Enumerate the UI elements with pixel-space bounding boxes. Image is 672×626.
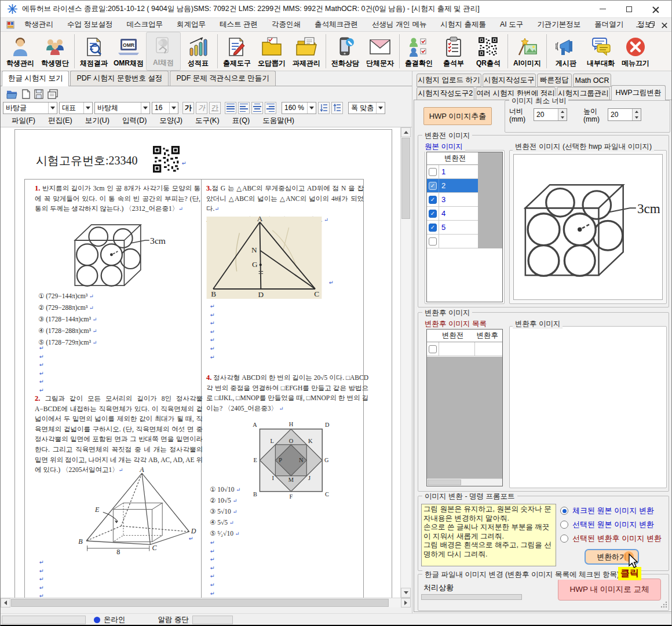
hwp-menu-view[interactable]: 보기(U) [80, 115, 115, 127]
radio-convert-selected[interactable]: 선택된 원본 이미지 변환 [560, 519, 654, 530]
row-checkbox[interactable]: ✓ [429, 237, 437, 246]
spin-up-button[interactable] [558, 109, 567, 115]
row-checkbox[interactable]: ✓ [429, 168, 437, 176]
chevron-down-icon[interactable] [48, 102, 57, 114]
prompt-textarea[interactable]: 그림 원본은 유지하고, 원본의 숫자나 문자내용은 변경하지 말아줘. 손으로… [421, 504, 556, 566]
hwp-menu-file[interactable]: 파일(F) [6, 115, 41, 127]
scrollbar-thumb[interactable] [428, 479, 461, 485]
tab-math-ocr[interactable]: Math OCR [573, 74, 611, 87]
scroll-down-button[interactable] [401, 588, 411, 598]
row-checkbox[interactable]: ✓ [429, 182, 437, 190]
italic-button[interactable]: 가 [196, 102, 207, 114]
toolbar-ai-grading-button[interactable]: AI채점 [146, 32, 181, 71]
minimize-button[interactable] [589, 1, 616, 17]
hwp-menu-shape[interactable]: 모양(J) [154, 115, 188, 127]
menu-desk-work[interactable]: 데스크업무 [119, 18, 170, 31]
toolbar-exam-authoring-button[interactable]: 출제도구 [220, 32, 254, 71]
scrollbar-thumb[interactable] [11, 599, 389, 607]
chevron-down-icon[interactable] [169, 102, 178, 114]
scrollbar-thumb[interactable] [401, 138, 410, 219]
menu-org-info[interactable]: 기관기본정보 [530, 18, 587, 31]
toolbar-board-button[interactable]: 게시판 [549, 32, 583, 71]
after-table-hscrollbar[interactable] [427, 478, 502, 486]
toolbar-internal-chat-button[interactable]: 내부대화 [583, 32, 618, 71]
chevron-down-icon[interactable] [141, 102, 149, 114]
menu-student-mgmt[interactable]: 학생관리 [17, 18, 60, 31]
replace-hwp-image-button[interactable]: HWP 내 이미지로 교체 [558, 579, 661, 601]
spin-up-button[interactable] [633, 109, 641, 115]
tab-pdf-objective[interactable]: PDF 문제 객관식으로 만들기 [170, 71, 275, 86]
align-center-button[interactable] [251, 102, 263, 114]
doc-vertical-scrollbar[interactable] [400, 127, 411, 598]
hwp-menu-table[interactable]: 표(Q) [227, 115, 255, 127]
close-button[interactable] [642, 1, 669, 17]
tab-quick-answer[interactable]: 빠른정답 [537, 74, 572, 87]
toolbar-attendance-check-button[interactable]: 출결확인 [401, 32, 436, 71]
line-spacing-increase-button[interactable] [331, 102, 343, 114]
radio-convert-after[interactable]: 선택된 변환후 이미지 변환 [560, 533, 662, 544]
min-width-value[interactable]: 20 [534, 109, 558, 120]
scroll-up-button[interactable] [401, 127, 411, 137]
font-size-select[interactable]: 16 [152, 102, 178, 114]
tab-hwp-exam-view[interactable]: 한글 시험지 보기 [2, 71, 69, 86]
toolbar-ai-image-button[interactable]: AI이미지 [510, 32, 545, 71]
toolbar-report-card-button[interactable]: 성적표 [181, 32, 216, 71]
toolbar-assignment-mgmt-button[interactable]: 과제관리 [289, 32, 324, 71]
chevron-down-icon[interactable] [376, 102, 385, 114]
hwp-menu-input[interactable]: 입력(D) [117, 115, 152, 127]
toolbar-student-list-button[interactable]: 학생명단 [38, 32, 72, 71]
zoom-select[interactable]: 160 % [282, 102, 316, 114]
min-height-value[interactable]: 20 [608, 109, 632, 120]
toolbar-omr-grading-button[interactable]: OMR OMR채점 [111, 32, 146, 71]
row-checkbox[interactable]: ✓ [429, 224, 437, 232]
mdi-restore-button[interactable] [649, 21, 655, 28]
hwp-image-extract-button[interactable]: HWP 이미지추출 [423, 107, 492, 125]
row-checkbox[interactable]: ✓ [429, 210, 437, 218]
scroll-left-button[interactable] [1, 598, 10, 607]
save-as-icon[interactable] [48, 89, 58, 99]
resize-grip-icon[interactable] [660, 601, 668, 609]
mdi-close-button[interactable] [662, 21, 667, 27]
bold-button[interactable]: 가 [182, 102, 194, 114]
width-fit-select[interactable]: 폭 맞춤 [348, 102, 385, 114]
toolbar-grading-result-button[interactable]: 채점결과 [76, 32, 111, 71]
row-checkbox[interactable]: ✓ [429, 196, 437, 204]
hwp-menu-edit[interactable]: 편집(E) [43, 115, 78, 127]
toolbar-wrong-answer-button[interactable]: 오답뽑기 [254, 32, 289, 71]
spin-down-button[interactable] [558, 115, 567, 120]
toolbar-menu-off-button[interactable]: 메뉴끄기 [618, 32, 653, 71]
tab-exam-tool[interactable]: 시험지작성도구 [483, 74, 536, 87]
toolbar-phone-consult-button[interactable]: 전화상담 [328, 32, 363, 71]
spacing-button[interactable]: 간 [209, 102, 221, 114]
hwp-menu-help[interactable]: 도움말(H) [257, 115, 300, 127]
menu-printing[interactable]: 각종인쇄 [265, 18, 308, 31]
toolbar-student-mgmt-button[interactable]: 학생관리 [3, 32, 38, 71]
preset-select[interactable]: 대표 [59, 102, 93, 114]
maximize-button[interactable] [616, 1, 642, 17]
font-select[interactable]: 바탕체 [94, 102, 150, 114]
menu-teacher-personal[interactable]: 선생님 개인 메뉴 [365, 18, 433, 31]
menu-class-info[interactable]: 수업 정보설정 [60, 18, 119, 31]
toolbar-attendance-book-button[interactable]: 출석부 [436, 32, 471, 71]
chevron-down-icon[interactable] [83, 102, 92, 114]
doc-horizontal-scrollbar[interactable] [1, 598, 411, 607]
align-right-button[interactable] [265, 102, 276, 114]
toolbar-group-sms-button[interactable]: 단체문자 [363, 32, 397, 71]
tab-hwp-image-convert[interactable]: HWP그림변환 [611, 85, 666, 100]
tab-exam-tool2[interactable]: 시험지작성도구2 [417, 87, 474, 100]
menu-test[interactable]: 테스트 관련 [213, 18, 265, 31]
open-folder-icon[interactable] [6, 89, 17, 99]
after-row-empty[interactable] [427, 342, 502, 356]
menu-open-folder[interactable]: 폴더열기 [587, 18, 630, 31]
tab-pdf-number-setting[interactable]: PDF 시험지 문항번호 설정 [70, 71, 169, 86]
menu-accounting[interactable]: 회계업무 [170, 18, 213, 31]
hwp-menu-tools[interactable]: 도구(K) [190, 115, 225, 127]
document-viewport[interactable]: 시험고유번호:23340 ↵ 1. 반지름의 길이가 3cm 인 공 8개가 사… [1, 127, 400, 598]
menu-ai-tools[interactable]: AI 도구 [493, 18, 530, 31]
menu-exam-tools[interactable]: 시험지 출제툴 [433, 18, 492, 31]
toolbar-qr-attendance-button[interactable]: QR출석 [471, 32, 506, 71]
mdi-minimize-button[interactable] [636, 27, 643, 27]
style-select[interactable]: 바탕글 [3, 102, 57, 114]
new-document-icon[interactable] [21, 89, 30, 99]
save-icon[interactable] [34, 89, 43, 99]
